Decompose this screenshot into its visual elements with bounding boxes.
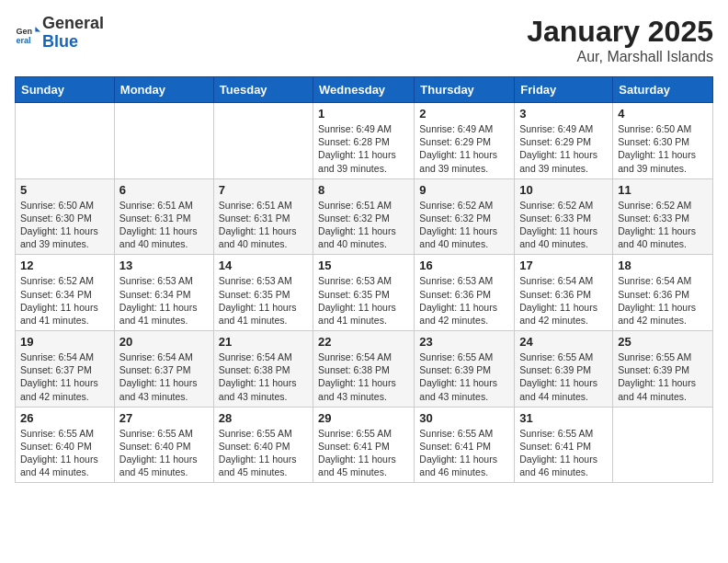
day-info: Sunrise: 6:55 AM Sunset: 6:40 PM Dayligh…: [219, 427, 308, 479]
day-number: 28: [219, 411, 308, 425]
day-number: 13: [119, 259, 209, 272]
day-info: Sunrise: 6:51 AM Sunset: 6:31 PM Dayligh…: [219, 199, 308, 251]
day-info: Sunrise: 6:53 AM Sunset: 6:35 PM Dayligh…: [219, 274, 308, 327]
day-number: 4: [618, 107, 708, 121]
day-number: 1: [318, 107, 409, 121]
day-number: 12: [20, 259, 109, 272]
day-number: 14: [219, 259, 308, 272]
day-number: 8: [318, 183, 409, 197]
week-row-4: 19Sunrise: 6:54 AM Sunset: 6:37 PM Dayli…: [16, 331, 713, 408]
week-row-1: 1Sunrise: 6:49 AM Sunset: 6:28 PM Daylig…: [16, 103, 713, 179]
week-row-2: 5Sunrise: 6:50 AM Sunset: 6:30 PM Daylig…: [16, 178, 713, 255]
day-cell: 11Sunrise: 6:52 AM Sunset: 6:33 PM Dayli…: [613, 178, 713, 255]
day-number: 11: [618, 183, 708, 197]
day-info: Sunrise: 6:54 AM Sunset: 6:38 PM Dayligh…: [318, 350, 409, 403]
day-cell: 16Sunrise: 6:53 AM Sunset: 6:36 PM Dayli…: [415, 255, 515, 331]
day-cell: 2Sunrise: 6:49 AM Sunset: 6:29 PM Daylig…: [415, 103, 515, 179]
day-number: 30: [419, 411, 509, 425]
day-number: 27: [119, 411, 209, 425]
title-block: January 2025 Aur, Marshall Islands: [527, 15, 713, 65]
day-info: Sunrise: 6:52 AM Sunset: 6:32 PM Dayligh…: [419, 199, 509, 251]
day-info: Sunrise: 6:55 AM Sunset: 6:39 PM Dayligh…: [618, 350, 708, 403]
day-cell: 31Sunrise: 6:55 AM Sunset: 6:41 PM Dayli…: [515, 407, 613, 483]
day-number: 3: [519, 107, 608, 121]
day-cell: 19Sunrise: 6:54 AM Sunset: 6:37 PM Dayli…: [16, 331, 115, 408]
day-number: 7: [219, 183, 308, 197]
day-cell: 20Sunrise: 6:54 AM Sunset: 6:37 PM Dayli…: [114, 331, 213, 408]
header-row: SundayMondayTuesdayWednesdayThursdayFrid…: [16, 77, 713, 103]
day-cell: 18Sunrise: 6:54 AM Sunset: 6:36 PM Dayli…: [613, 255, 713, 331]
day-cell: 4Sunrise: 6:50 AM Sunset: 6:30 PM Daylig…: [613, 103, 713, 179]
calendar-subtitle: Aur, Marshall Islands: [527, 49, 713, 65]
header-cell-wednesday: Wednesday: [313, 77, 415, 103]
day-number: 21: [219, 335, 308, 349]
day-cell: 8Sunrise: 6:51 AM Sunset: 6:32 PM Daylig…: [313, 178, 415, 255]
day-info: Sunrise: 6:54 AM Sunset: 6:37 PM Dayligh…: [20, 350, 109, 403]
day-cell: 17Sunrise: 6:54 AM Sunset: 6:36 PM Dayli…: [515, 255, 613, 331]
day-info: Sunrise: 6:50 AM Sunset: 6:30 PM Dayligh…: [20, 199, 109, 251]
calendar-table: SundayMondayTuesdayWednesdayThursdayFrid…: [15, 76, 713, 483]
day-number: 29: [318, 411, 409, 425]
day-number: 25: [618, 335, 708, 349]
day-info: Sunrise: 6:54 AM Sunset: 6:37 PM Dayligh…: [119, 350, 209, 403]
day-info: Sunrise: 6:49 AM Sunset: 6:28 PM Dayligh…: [318, 122, 409, 175]
day-info: Sunrise: 6:53 AM Sunset: 6:34 PM Dayligh…: [119, 274, 209, 327]
svg-marker-3: [35, 27, 40, 32]
day-cell: 1Sunrise: 6:49 AM Sunset: 6:28 PM Daylig…: [313, 103, 415, 179]
day-cell: [213, 103, 313, 179]
week-row-3: 12Sunrise: 6:52 AM Sunset: 6:34 PM Dayli…: [16, 255, 713, 331]
day-info: Sunrise: 6:55 AM Sunset: 6:39 PM Dayligh…: [419, 350, 509, 403]
logo-general-text: General: [42, 15, 104, 33]
day-cell: 14Sunrise: 6:53 AM Sunset: 6:35 PM Dayli…: [213, 255, 313, 331]
page-header: Gen eral General Blue January 2025 Aur, …: [15, 15, 713, 65]
day-number: 2: [419, 107, 509, 121]
day-cell: 3Sunrise: 6:49 AM Sunset: 6:29 PM Daylig…: [515, 103, 613, 179]
day-cell: 6Sunrise: 6:51 AM Sunset: 6:31 PM Daylig…: [114, 178, 213, 255]
header-cell-friday: Friday: [515, 77, 613, 103]
day-info: Sunrise: 6:52 AM Sunset: 6:34 PM Dayligh…: [20, 274, 109, 327]
day-cell: 29Sunrise: 6:55 AM Sunset: 6:41 PM Dayli…: [313, 407, 415, 483]
day-number: 18: [618, 259, 708, 272]
day-info: Sunrise: 6:54 AM Sunset: 6:36 PM Dayligh…: [618, 274, 708, 327]
day-number: 19: [20, 335, 109, 349]
week-row-5: 26Sunrise: 6:55 AM Sunset: 6:40 PM Dayli…: [16, 407, 713, 483]
logo-icon: Gen eral: [15, 20, 40, 46]
day-info: Sunrise: 6:50 AM Sunset: 6:30 PM Dayligh…: [618, 122, 708, 175]
day-info: Sunrise: 6:51 AM Sunset: 6:31 PM Dayligh…: [119, 199, 209, 251]
header-cell-tuesday: Tuesday: [213, 77, 313, 103]
day-number: 15: [318, 259, 409, 272]
day-cell: [16, 103, 115, 179]
day-number: 26: [20, 411, 109, 425]
day-info: Sunrise: 6:52 AM Sunset: 6:33 PM Dayligh…: [618, 199, 708, 251]
day-number: 22: [318, 335, 409, 349]
day-cell: 21Sunrise: 6:54 AM Sunset: 6:38 PM Dayli…: [213, 331, 313, 408]
day-cell: 23Sunrise: 6:55 AM Sunset: 6:39 PM Dayli…: [415, 331, 515, 408]
day-number: 23: [419, 335, 509, 349]
day-info: Sunrise: 6:55 AM Sunset: 6:41 PM Dayligh…: [519, 427, 608, 479]
day-number: 10: [519, 183, 608, 197]
day-cell: 13Sunrise: 6:53 AM Sunset: 6:34 PM Dayli…: [114, 255, 213, 331]
day-cell: 15Sunrise: 6:53 AM Sunset: 6:35 PM Dayli…: [313, 255, 415, 331]
day-cell: 30Sunrise: 6:55 AM Sunset: 6:41 PM Dayli…: [415, 407, 515, 483]
logo-blue-text: Blue: [42, 33, 104, 52]
calendar-title: January 2025: [527, 15, 713, 49]
day-info: Sunrise: 6:54 AM Sunset: 6:36 PM Dayligh…: [519, 274, 608, 327]
day-number: 20: [119, 335, 209, 349]
day-info: Sunrise: 6:55 AM Sunset: 6:41 PM Dayligh…: [419, 427, 509, 479]
day-info: Sunrise: 6:55 AM Sunset: 6:40 PM Dayligh…: [20, 427, 109, 479]
day-number: 6: [119, 183, 209, 197]
day-cell: [613, 407, 713, 483]
day-info: Sunrise: 6:55 AM Sunset: 6:40 PM Dayligh…: [119, 427, 209, 479]
header-cell-thursday: Thursday: [415, 77, 515, 103]
day-number: 5: [20, 183, 109, 197]
day-info: Sunrise: 6:49 AM Sunset: 6:29 PM Dayligh…: [519, 122, 608, 175]
day-cell: 24Sunrise: 6:55 AM Sunset: 6:39 PM Dayli…: [515, 331, 613, 408]
day-cell: 22Sunrise: 6:54 AM Sunset: 6:38 PM Dayli…: [313, 331, 415, 408]
day-cell: 12Sunrise: 6:52 AM Sunset: 6:34 PM Dayli…: [16, 255, 115, 331]
day-number: 9: [419, 183, 509, 197]
day-cell: 26Sunrise: 6:55 AM Sunset: 6:40 PM Dayli…: [16, 407, 115, 483]
day-cell: 9Sunrise: 6:52 AM Sunset: 6:32 PM Daylig…: [415, 178, 515, 255]
day-info: Sunrise: 6:52 AM Sunset: 6:33 PM Dayligh…: [519, 199, 608, 251]
header-cell-monday: Monday: [114, 77, 213, 103]
day-cell: 25Sunrise: 6:55 AM Sunset: 6:39 PM Dayli…: [613, 331, 713, 408]
